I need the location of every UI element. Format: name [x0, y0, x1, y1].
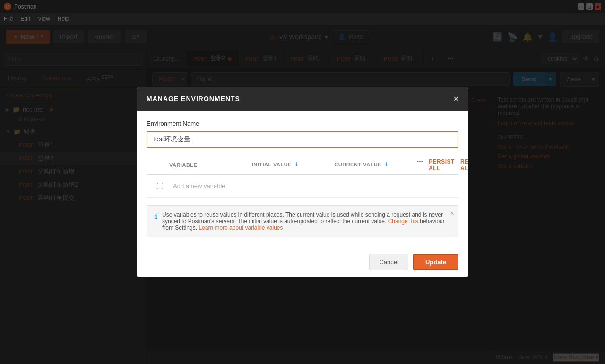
current-value-col-header: CURRENT VALUE ℹ — [334, 162, 417, 168]
manage-environments-modal: MANAGE ENVIRONMENTS × Environment Name V… — [137, 87, 468, 277]
modal-overlay: MANAGE ENVIRONMENTS × Environment Name V… — [0, 0, 605, 364]
cancel-button[interactable]: Cancel — [369, 254, 408, 270]
modal-footer: Cancel Update — [137, 247, 468, 277]
more-actions-button[interactable]: ••• — [417, 158, 423, 172]
info-banner: ℹ Use variables to reuse values in diffe… — [147, 205, 458, 237]
info-icon-banner: ℹ — [155, 212, 157, 231]
persist-all-button[interactable]: Persist All — [429, 158, 455, 172]
modal-title: MANAGE ENVIRONMENTS — [147, 95, 240, 103]
table-header-actions: ••• Persist All Reset All — [417, 158, 455, 172]
add-variable-input[interactable]: Add a new variable — [169, 179, 252, 193]
info-icon-current: ℹ — [385, 162, 388, 167]
update-button[interactable]: Update — [413, 254, 458, 270]
modal-body: Environment Name VARIABLE INITIAL VALUE … — [137, 111, 468, 247]
add-variable-row: Add a new variable — [147, 175, 458, 198]
modal-close-button[interactable]: × — [453, 94, 458, 104]
variable-checkbox[interactable] — [157, 183, 163, 189]
learn-variable-link[interactable]: Learn more about variable values — [199, 225, 283, 231]
info-close-button[interactable]: × — [450, 209, 454, 217]
info-text: Use variables to reuse values in differe… — [162, 211, 450, 231]
modal-header: MANAGE ENVIRONMENTS × — [137, 87, 468, 111]
info-icon-initial: ℹ — [295, 162, 298, 167]
table-header: VARIABLE INITIAL VALUE ℹ CURRENT VALUE ℹ… — [147, 156, 458, 175]
variable-col-header: VARIABLE — [169, 162, 252, 168]
change-link[interactable]: Change this — [388, 218, 418, 225]
reset-all-button[interactable]: Reset All — [460, 158, 468, 172]
initial-value-col-header: INITIAL VALUE ℹ — [252, 162, 335, 168]
checkbox-col — [150, 183, 169, 189]
variables-table: VARIABLE INITIAL VALUE ℹ CURRENT VALUE ℹ… — [147, 156, 458, 198]
env-name-input[interactable] — [147, 131, 458, 148]
env-name-label: Environment Name — [147, 120, 458, 127]
